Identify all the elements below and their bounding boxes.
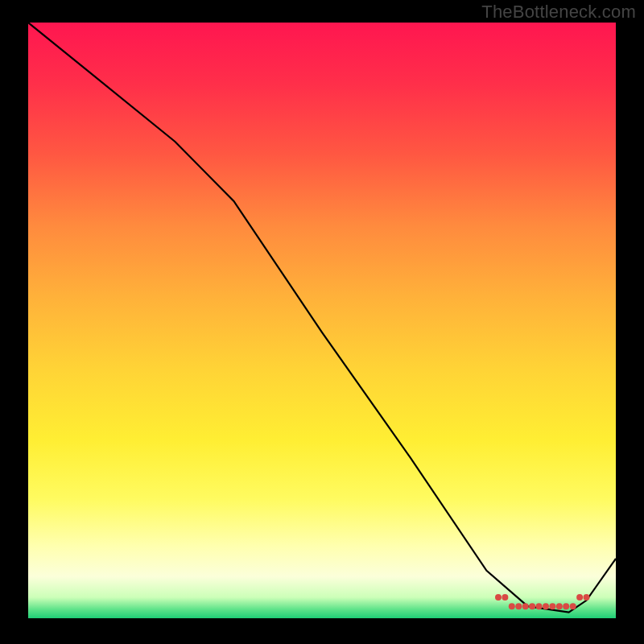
plot-gradient-background: [28, 23, 616, 618]
chart-frame: TheBottleneck.com: [0, 0, 644, 644]
watermark-text: TheBottleneck.com: [481, 2, 636, 23]
